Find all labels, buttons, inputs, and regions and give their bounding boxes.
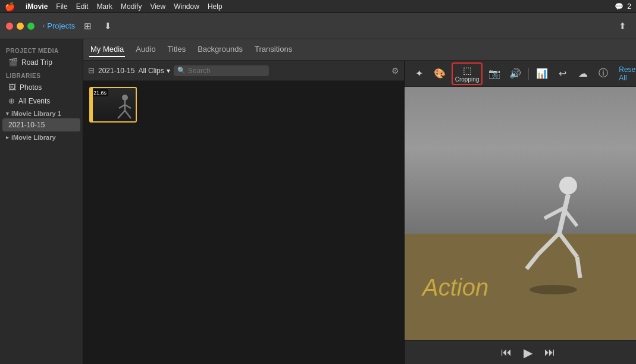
tab-my-media[interactable]: My Media	[89, 42, 125, 57]
imovie-library-1-label: iMovie Library 1	[11, 110, 61, 117]
window-controls	[6, 23, 35, 30]
fast-forward-button[interactable]: ⏭	[544, 346, 555, 359]
browser-toolbar: ⊟ 2021-10-15 All Clips ▾ 🔍 ⚙	[83, 61, 404, 81]
audio-icon[interactable]: 🔊	[507, 65, 524, 83]
crop-icon: ⬚	[463, 65, 472, 76]
svg-point-6	[559, 177, 577, 194]
svg-line-9	[564, 209, 577, 226]
tab-transitions[interactable]: Transitions	[253, 42, 293, 57]
split-view: ⊟ 2021-10-15 All Clips ▾ 🔍 ⚙ 2	[83, 61, 636, 364]
svg-line-2	[118, 111, 125, 118]
chevron-right-icon: ▸	[6, 134, 9, 140]
play-button[interactable]: ▶	[524, 346, 532, 360]
svg-line-11	[577, 257, 580, 278]
search-icon: 🔍	[177, 67, 186, 74]
maximize-button[interactable]	[27, 23, 35, 30]
sidebar-item-road-trip[interactable]: 🎬 Road Trip	[2, 55, 80, 69]
menu-window[interactable]: Window	[174, 2, 199, 11]
undo-icon[interactable]: ↩	[554, 65, 571, 83]
list-view-icon[interactable]: ⊟	[88, 66, 95, 75]
menu-modify[interactable]: Modify	[121, 2, 142, 11]
browser-content: 21.6s	[83, 81, 404, 364]
enhance-icon[interactable]: ✦	[411, 65, 427, 83]
notification-count: 2	[627, 2, 631, 11]
action-text: Action	[422, 274, 488, 300]
clips-dropdown[interactable]: All Clips ▾	[138, 67, 170, 75]
menu-view[interactable]: View	[150, 2, 165, 11]
menu-help[interactable]: Help	[208, 2, 223, 11]
wechat-icon: 💬	[615, 2, 624, 11]
playback-controls: ⏮ ▶ ⏭	[405, 340, 636, 364]
film-icon: 🎬	[8, 58, 18, 67]
sidebar-item-photos[interactable]: 🖼 Photos	[2, 80, 80, 94]
cropping-tool[interactable]: ⬚ Cropping	[452, 62, 483, 85]
tab-backgrounds[interactable]: Backgrounds	[196, 42, 244, 57]
app-name: iMovie	[26, 2, 48, 11]
preview-panel: ✦ 🎨 ⬚ Cropping 📷 🔊 📊 ↩ ☁ ⓘ Reset All	[405, 61, 636, 364]
search-box: 🔍	[174, 65, 269, 76]
add-icon[interactable]: ⬇	[100, 18, 115, 34]
clip-thumbnail[interactable]: 21.6s	[89, 87, 137, 123]
imovie-library-group[interactable]: ▸ iMovie Library	[0, 131, 83, 142]
cloud-icon[interactable]: ☁	[575, 65, 591, 83]
rewind-button[interactable]: ⏮	[501, 346, 512, 359]
dropdown-arrow-icon: ▾	[167, 67, 170, 75]
runner-figure	[485, 174, 604, 305]
sidebar: PROJECT MEDIA 🎬 Road Trip LIBRARIES 🖼 Ph…	[0, 39, 83, 364]
all-events-label: All Events	[18, 97, 50, 105]
main-toolbar: ‹ Projects ⊞ ⬇ ⬆	[0, 13, 636, 39]
svg-line-10	[559, 233, 577, 257]
chevron-down-icon: ▾	[6, 111, 9, 117]
add-circle-icon: ⊕	[8, 96, 15, 105]
svg-line-5	[125, 105, 131, 108]
libraries-label: LIBRARIES	[0, 69, 83, 80]
preview-video: Action	[405, 87, 636, 340]
projects-button[interactable]: ‹ Projects	[43, 21, 75, 30]
search-input[interactable]	[188, 67, 265, 75]
share-icon[interactable]: ⬆	[615, 18, 630, 34]
color-icon[interactable]: 🎨	[431, 65, 447, 83]
svg-line-3	[125, 111, 131, 118]
tab-audio[interactable]: Audio	[134, 42, 156, 57]
imovie-library-1-group[interactable]: ▾ iMovie Library 1	[0, 108, 83, 118]
imovie-library-label: iMovie Library	[11, 134, 56, 141]
separator	[528, 68, 529, 80]
projects-label: Projects	[47, 21, 75, 30]
date-label: 2021-10-15	[8, 121, 45, 129]
photos-label: Photos	[20, 83, 42, 92]
reset-all-button[interactable]: Reset All	[619, 65, 636, 82]
project-media-label: PROJECT MEDIA	[0, 44, 83, 55]
chart-icon[interactable]: 📊	[534, 65, 550, 83]
minimize-button[interactable]	[17, 23, 24, 30]
sidebar-item-all-events[interactable]: ⊕ All Events	[2, 94, 80, 108]
road-trip-label: Road Trip	[21, 58, 52, 67]
photos-icon: 🖼	[8, 83, 16, 92]
grid-view-icon[interactable]: ⊞	[80, 18, 95, 34]
apple-icon[interactable]: 🍎	[5, 2, 15, 11]
chevron-left-icon: ‹	[43, 23, 45, 29]
svg-line-13	[527, 254, 538, 269]
media-tabs: My Media Audio Titles Backgrounds Transi…	[83, 39, 636, 61]
info-icon[interactable]: ⓘ	[595, 65, 612, 83]
menu-right-icons: 💬 2	[615, 2, 631, 11]
svg-point-14	[530, 285, 577, 294]
menu-edit[interactable]: Edit	[76, 2, 89, 11]
svg-line-12	[538, 233, 559, 254]
main-layout: PROJECT MEDIA 🎬 Road Trip LIBRARIES 🖼 Ph…	[0, 39, 636, 364]
browser-panel: ⊟ 2021-10-15 All Clips ▾ 🔍 ⚙ 2	[83, 61, 405, 364]
camera-icon[interactable]: 📷	[486, 65, 503, 83]
menu-bar: 🍎 iMovie File Edit Mark Modify View Wind…	[0, 0, 636, 13]
close-button[interactable]	[6, 23, 13, 30]
content-area: My Media Audio Titles Backgrounds Transi…	[83, 39, 636, 364]
svg-line-4	[119, 105, 125, 108]
menu-file[interactable]: File	[56, 2, 67, 11]
browser-date: 2021-10-15	[98, 67, 134, 75]
cropping-label: Cropping	[455, 76, 480, 83]
clips-label: All Clips	[138, 67, 164, 75]
sidebar-item-date[interactable]: 2021-10-15	[2, 118, 80, 131]
menu-mark[interactable]: Mark	[96, 2, 112, 11]
preview-toolbar: ✦ 🎨 ⬚ Cropping 📷 🔊 📊 ↩ ☁ ⓘ Reset All	[405, 61, 636, 87]
tab-titles[interactable]: Titles	[167, 42, 187, 57]
gear-icon[interactable]: ⚙	[391, 66, 399, 76]
svg-point-0	[122, 95, 128, 101]
